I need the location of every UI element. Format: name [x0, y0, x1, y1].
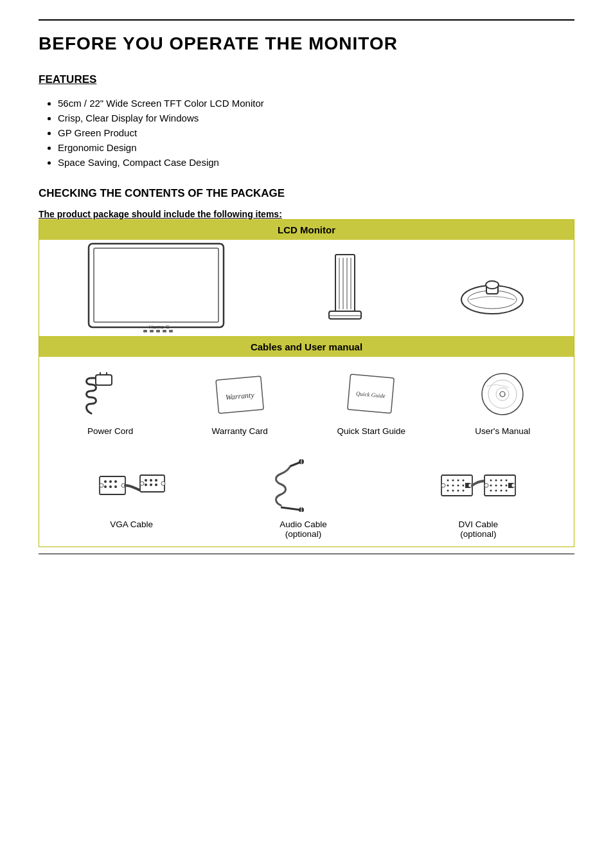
svg-point-43 [145, 484, 147, 486]
svg-point-79 [490, 489, 492, 491]
svg-rect-5 [156, 330, 160, 332]
stand-neck-cell [313, 251, 377, 329]
warranty-card-cell: Warranty Warranty Card [208, 368, 272, 436]
warranty-card-icon: Warranty [211, 368, 269, 420]
svg-point-61 [458, 484, 459, 486]
svg-point-31 [104, 480, 107, 483]
svg-point-77 [501, 484, 502, 486]
features-list: 56cm / 22" Wide Screen TFT Color LCD Mon… [39, 98, 574, 168]
vga-cable-cell: VGA Cable [96, 455, 167, 529]
svg-rect-3 [143, 330, 147, 332]
svg-point-40 [145, 479, 147, 482]
package-table: LCD Monitor Hanns•G [39, 219, 574, 547]
monitor-img: Hanns•G [85, 264, 233, 316]
svg-point-45 [155, 484, 157, 486]
vga-cable-img [96, 455, 167, 513]
vga-cable-icon [96, 457, 167, 512]
svg-point-84 [484, 484, 488, 487]
svg-point-55 [447, 479, 449, 481]
feature-item-4: Ergonomic Design [58, 142, 574, 153]
svg-point-72 [495, 479, 497, 481]
svg-point-33 [114, 480, 117, 483]
stand-base-cell [457, 251, 528, 329]
svg-point-65 [458, 489, 459, 491]
svg-rect-8 [335, 255, 355, 312]
svg-point-57 [458, 479, 459, 481]
svg-point-58 [463, 479, 465, 481]
svg-point-34 [104, 485, 107, 488]
quick-guide-cell: Quick Guide Quick Start Guide [337, 368, 405, 436]
package-title: CHECKING THE CONTENTS OF THE PACKAGE [39, 187, 574, 200]
lcd-header: LCD Monitor [39, 220, 574, 240]
monitor-cell: Hanns•G [85, 264, 233, 316]
svg-point-18 [486, 281, 499, 289]
bottom-divider [39, 554, 574, 554]
vga-cable-label: VGA Cable [110, 520, 153, 529]
package-section: CHECKING THE CONTENTS OF THE PACKAGE The… [39, 187, 574, 554]
svg-point-66 [463, 489, 465, 491]
svg-point-81 [501, 489, 502, 491]
svg-point-74 [506, 479, 508, 481]
monitor-icon: Hanns•G [85, 240, 233, 340]
feature-item-1: 56cm / 22" Wide Screen TFT Color LCD Mon… [58, 98, 574, 109]
svg-point-73 [501, 479, 502, 481]
svg-point-78 [506, 484, 508, 486]
package-intro: The product package should include the f… [39, 209, 574, 219]
svg-point-46 [140, 482, 144, 485]
svg-rect-1 [94, 248, 218, 322]
cables-row-1: Power Cord Warranty Warranty Card [39, 357, 574, 444]
power-cord-img [82, 368, 139, 420]
dvi-cable-cell: DVI Cable (optional) [440, 455, 517, 539]
quick-guide-icon: Quick Guide [342, 368, 400, 420]
stand-base-img [457, 251, 528, 329]
svg-point-80 [495, 489, 497, 491]
audio-cable-img [268, 455, 339, 513]
svg-rect-19 [96, 375, 112, 385]
svg-point-41 [150, 479, 152, 482]
svg-point-35 [109, 485, 112, 488]
svg-point-29 [500, 392, 505, 397]
svg-line-51 [281, 507, 300, 510]
quick-guide-img: Quick Guide [342, 368, 400, 420]
feature-item-2: Crisp, Clear Display for Windows [58, 113, 574, 123]
svg-point-82 [506, 489, 508, 491]
cables-row-2: VGA Cable [39, 444, 574, 547]
svg-point-56 [452, 479, 454, 481]
page: BEFORE YOU OPERATE THE MONITOR FEATURES … [0, 0, 613, 868]
dvi-cable-label: DVI Cable (optional) [459, 520, 499, 539]
feature-item-3: GP Green Product [58, 127, 574, 138]
feature-item-5: Space Saving, Compact Case Design [58, 157, 574, 168]
power-cord-cell: Power Cord [78, 368, 143, 436]
svg-point-44 [150, 484, 152, 486]
svg-point-63 [447, 489, 449, 491]
monitor-row: Hanns•G [39, 240, 574, 337]
power-cord-label: Power Cord [87, 426, 133, 436]
svg-point-47 [161, 482, 165, 485]
svg-rect-6 [163, 330, 166, 332]
svg-point-60 [452, 484, 454, 486]
dvi-cable-icon [440, 457, 517, 512]
features-section: FEATURES 56cm / 22" Wide Screen TFT Colo… [39, 73, 574, 168]
svg-point-59 [447, 484, 449, 486]
top-divider [39, 19, 574, 21]
svg-point-76 [495, 484, 497, 486]
svg-rect-13 [329, 311, 361, 319]
users-manual-label: User's Manual [475, 426, 530, 436]
svg-point-37 [100, 484, 103, 487]
warranty-card-label: Warranty Card [211, 426, 267, 436]
features-title: FEATURES [39, 73, 574, 86]
svg-point-68 [441, 484, 445, 487]
stand-neck-img [316, 251, 374, 329]
audio-cable-icon [268, 457, 339, 512]
audio-cable-label: Audio Cable (optional) [280, 520, 327, 539]
users-manual-img [474, 368, 531, 420]
svg-rect-7 [169, 330, 173, 332]
svg-line-48 [290, 462, 300, 466]
cables-header: Cables and User manual [39, 337, 574, 357]
svg-text:Hanns•G: Hanns•G [149, 324, 170, 330]
svg-point-71 [490, 479, 492, 481]
svg-point-36 [114, 485, 117, 488]
svg-point-85 [511, 484, 515, 487]
stand-neck-icon [316, 251, 374, 329]
cd-icon [474, 368, 531, 420]
